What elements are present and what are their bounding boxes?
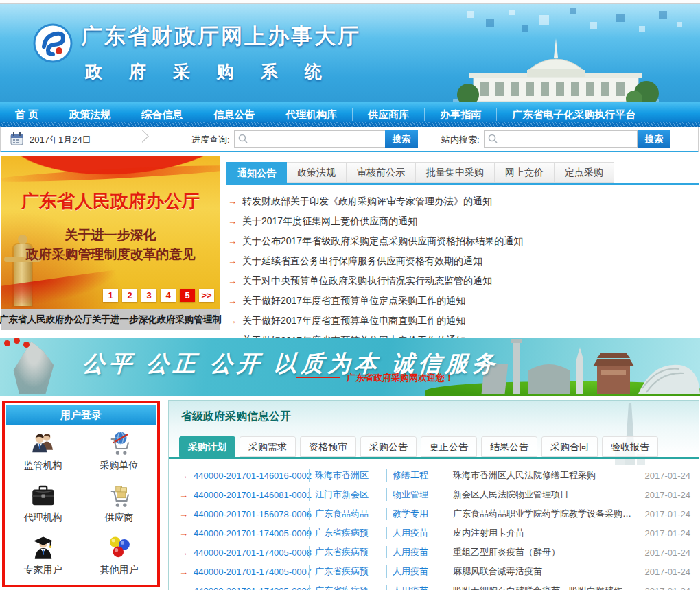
carousel-page-3[interactable]: 3 — [141, 289, 156, 302]
news-item[interactable]: →关于做好2017年度省直预算单位定点采购工作的通知 — [228, 291, 699, 311]
row-title[interactable]: 重组乙型肝炎疫苗（酵母） — [445, 546, 638, 558]
login-item-label: 专家用户 — [24, 564, 62, 576]
tab-online-bidding[interactable]: 网上竞价 — [495, 162, 555, 183]
arrow-bullet-icon: → — [228, 316, 237, 326]
row-category: 人用疫苗 — [386, 546, 445, 558]
carousel-subline-2: 政府采购管理制度改革的意见 — [1, 246, 220, 263]
site-search-input[interactable] — [501, 132, 637, 147]
tab-procurement-demand[interactable]: 采购需求 — [240, 436, 296, 457]
login-item-label: 采购单位 — [100, 460, 139, 472]
row-id[interactable]: 440000-201701-156078-0006 — [194, 509, 309, 519]
news-item[interactable]: →关于对中央预算单位政府采购执行情况实行动态监管的通知 — [228, 271, 699, 291]
mosaic-decor — [616, 14, 625, 22]
login-item-purchaser[interactable]: 采购单位 — [81, 429, 157, 480]
arrow-bullet-icon: → — [228, 196, 237, 206]
news-item[interactable]: →关于公布2017年省级政府采购定点采购供应商资格招标结果的通知 — [228, 231, 699, 251]
promo-carousel[interactable]: 广东省人民政府办公厅 关于进一步深化 政府采购管理制度改革的意见 1 2 3 4… — [1, 156, 220, 309]
tab-policy-regulations[interactable]: 政策法规 — [287, 162, 347, 183]
login-item-agency[interactable]: 代理机构 — [5, 482, 81, 532]
tab-pre-review-publicity[interactable]: 审核前公示 — [347, 162, 416, 183]
nav-item-announcements[interactable]: 信息公告 — [198, 104, 270, 125]
progress-search-button[interactable]: 搜索 — [385, 130, 418, 148]
row-id[interactable]: 440000-201701-174005-0007 — [194, 567, 309, 577]
row-id[interactable]: 440000-201701-174005-0009 — [194, 528, 309, 539]
nav-item-home[interactable]: 首 页 — [0, 104, 54, 125]
news-list: →转发财政部关于印发《政府采购评审专家管理办法》的通知 →关于2017年度征集网… — [226, 185, 699, 351]
carousel-page-1[interactable]: 1 — [103, 289, 118, 302]
row-id[interactable]: 440000-201701-146016-0002 — [194, 471, 309, 481]
news-item[interactable]: →关于做好2017年度省直预算单位电商直购工作的通知 — [228, 311, 699, 331]
table-row[interactable]: → 440000-201701-174005-0009 广东省疾病预 人用疫苗 … — [179, 523, 690, 543]
carousel-page-next[interactable]: >> — [199, 289, 214, 302]
row-org: 广东省疾病预 — [309, 546, 381, 558]
row-title[interactable]: 吸附无细胞百白破联合疫苗、吸附白喉破伤风联合疫苗 — [445, 585, 638, 590]
browser-tab-divider — [117, 0, 117, 3]
nav-item-e-procurement-platform[interactable]: 广东省电子化采购执行平台 — [497, 104, 651, 125]
news-item[interactable]: →关于2017年度征集网上竞价供应商的通知 — [228, 211, 699, 231]
carousel-caption[interactable]: 广东省人民政府办公厅关于进一步深化政府采购管理制 — [1, 309, 220, 330]
table-row[interactable]: → 440000-201701-174005-0006 广东省疾病预 人用疫苗 … — [179, 581, 690, 590]
news-item-title: 关于2017年度征集网上竞价供应商的通知 — [242, 215, 417, 226]
main-nav: 首 页 政策法规 综合信息 信息公告 代理机构库 供应商库 办事指南 广东省电子… — [0, 102, 700, 127]
row-date: 2017-01-24 — [638, 490, 690, 500]
arrow-bullet-icon: → — [228, 216, 237, 226]
briefcase-icon — [29, 482, 58, 510]
table-row[interactable]: → 440000-201701-174005-0007 广东省疾病预 人用疫苗 … — [179, 562, 690, 581]
tab-batch-centralized-procurement[interactable]: 批量集中采购 — [416, 162, 495, 183]
mosaic-decor — [486, 19, 494, 27]
flower-decor — [14, 338, 20, 344]
tab-result-announcement[interactable]: 结果公告 — [481, 436, 537, 457]
row-id[interactable]: 440000-201701-174005-0008 — [194, 547, 309, 558]
carousel-page-5[interactable]: 5 — [180, 289, 195, 302]
login-item-supervisor[interactable]: 监管机构 — [5, 429, 81, 480]
table-row[interactable]: → 440000-201701-156078-0006 广东食品药品 教学专用 … — [179, 504, 690, 523]
carousel-pagination: 1 2 3 4 5 >> — [103, 289, 214, 302]
nav-item-supplier-library[interactable]: 供应商库 — [353, 104, 424, 125]
row-title[interactable]: 麻腮风联合减毒活疫苗 — [445, 565, 638, 578]
info-panel-title: 省级政府采购信息公开 — [181, 410, 291, 424]
progress-search-input[interactable] — [251, 132, 386, 147]
tab-procurement-announcement[interactable]: 采购公告 — [360, 436, 417, 457]
nav-item-service-guide[interactable]: 办事指南 — [425, 104, 496, 125]
banner-welcome-text: 广东省政府采购网欢迎您！ — [347, 372, 454, 384]
tab-qualification-prereview[interactable]: 资格预审 — [300, 436, 356, 457]
nav-item-policies[interactable]: 政策法规 — [54, 104, 126, 125]
tab-procurement-plan[interactable]: 采购计划 — [179, 436, 235, 457]
news-item[interactable]: →关于延续省直公务出行保障服务供应商资格有效期的通知 — [228, 251, 699, 271]
carousel-page-4[interactable]: 4 — [161, 289, 176, 302]
tab-procurement-contract[interactable]: 采购合同 — [541, 436, 598, 457]
mosaic-decor — [659, 11, 667, 19]
date-search-toolbar: 2017年1月24日 进度查询: 搜索 站内搜索: 搜索 — [0, 127, 699, 152]
tab-correction-announcement[interactable]: 更正公告 — [421, 436, 477, 457]
login-item-expert[interactable]: 专家用户 — [5, 534, 81, 585]
mosaic-decor — [570, 8, 576, 14]
flower-decor — [23, 342, 30, 348]
row-title[interactable]: 皮内注射用卡介苗 — [445, 527, 638, 539]
arrow-bullet-icon: → — [228, 276, 237, 286]
tab-notice-announcements[interactable]: 通知公告 — [226, 162, 287, 183]
row-category: 人用疫苗 — [386, 585, 445, 590]
login-item-supplier[interactable]: 供应商 — [81, 482, 157, 532]
arrow-bullet-icon: → — [179, 586, 188, 590]
news-item[interactable]: →转发财政部关于印发《政府采购评审专家管理办法》的通知 — [228, 191, 699, 211]
row-title[interactable]: 新会区人民法院物业管理项目 — [445, 488, 638, 501]
carousel-subline-1: 关于进一步深化 — [1, 226, 220, 244]
mosaic-decor — [639, 26, 645, 32]
table-row[interactable]: → 440000-201701-146016-0002 珠海市香洲区 修缮工程 … — [179, 466, 690, 485]
row-id[interactable]: 440000-201701-174005-0006 — [194, 586, 309, 590]
row-title[interactable]: 广东食品药品职业学院药学院教学设备采购项目 — [445, 508, 638, 520]
tab-acceptance-report[interactable]: 验收报告 — [602, 436, 658, 457]
carousel-page-2[interactable]: 2 — [122, 289, 137, 302]
site-search-button[interactable]: 搜索 — [638, 130, 670, 148]
tab-designated-procurement[interactable]: 定点采购 — [555, 162, 614, 183]
statue-image — [10, 342, 58, 394]
nav-item-agency-library[interactable]: 代理机构库 — [270, 104, 352, 125]
nav-item-comprehensive-info[interactable]: 综合信息 — [126, 104, 198, 125]
row-id[interactable]: 440000-201701-146081-0001 — [194, 490, 309, 500]
table-row[interactable]: → 440000-201701-174005-0008 广东省疾病预 人用疫苗 … — [179, 543, 690, 562]
carousel-headline: 广东省人民政府办公厅 — [1, 189, 220, 213]
login-item-other[interactable]: 其他用户 — [81, 534, 157, 585]
row-title[interactable]: 珠海市香洲区人民法院修缮工程采购 — [445, 469, 638, 482]
table-row[interactable]: → 440000-201701-146081-0001 江门市新会区 物业管理 … — [179, 485, 690, 504]
welcome-line-decor — [296, 377, 340, 378]
